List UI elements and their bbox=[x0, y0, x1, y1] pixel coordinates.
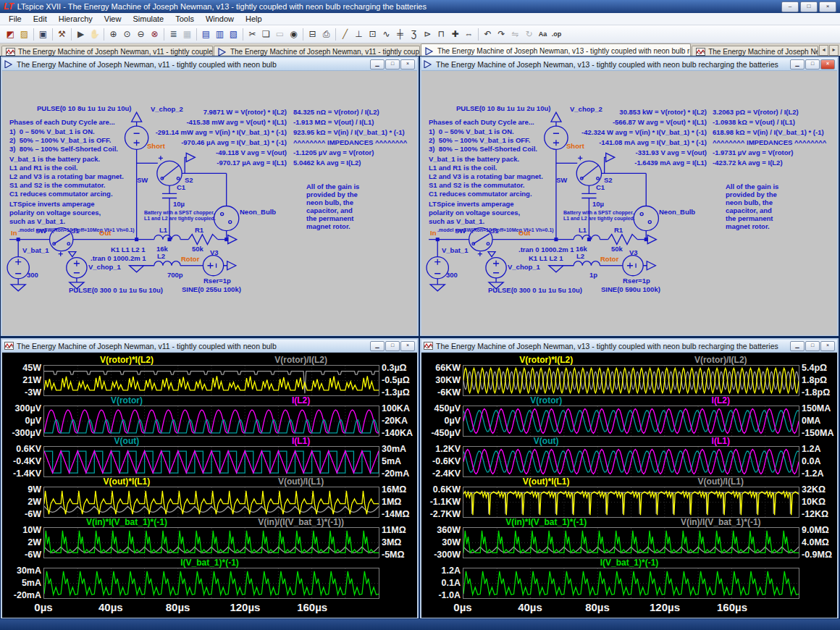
schematic-window-v11-minimize-button[interactable]: ▁ bbox=[370, 59, 385, 70]
redo-button[interactable]: ↷ bbox=[495, 27, 508, 41]
plot-area[interactable] bbox=[43, 365, 379, 396]
tab-scroll-right-button[interactable]: ▸ bbox=[829, 45, 839, 56]
plot-area[interactable] bbox=[43, 446, 379, 477]
plot-area[interactable] bbox=[43, 487, 379, 518]
y-tick-label: 0µV bbox=[445, 416, 461, 426]
text-button[interactable]: Aa bbox=[536, 27, 550, 41]
schematic-window-v11-close-button[interactable]: × bbox=[400, 59, 415, 70]
diode-button[interactable]: ⊳ bbox=[421, 27, 434, 41]
menu-tools[interactable]: Tools bbox=[169, 14, 200, 23]
schematic-text: Rser=1p bbox=[203, 277, 231, 285]
tile-vertical-button[interactable]: ▥ bbox=[213, 27, 227, 41]
y-axis-left: 0.6KW-1.1KW-2.7KW bbox=[421, 487, 463, 518]
menu-window[interactable]: Window bbox=[200, 14, 240, 23]
tab-scroll-left-button[interactable]: ◂ bbox=[819, 45, 828, 56]
copy-button[interactable]: ❏ bbox=[259, 27, 273, 41]
net-label-button[interactable]: ⊡ bbox=[366, 27, 379, 41]
zoom-area-button[interactable]: ⊙ bbox=[120, 27, 134, 41]
spice-directive-button[interactable]: .op bbox=[550, 27, 563, 41]
zoom-in-button[interactable]: ⊕ bbox=[106, 27, 120, 41]
schematic-text: Rser=1p bbox=[623, 277, 650, 285]
schematic-window-v13-maximize-button[interactable]: □ bbox=[805, 59, 820, 70]
plot-area[interactable] bbox=[463, 406, 799, 437]
schematic-window-v11-canvas[interactable]: PULSE(0 10 8u 1u 1u 2u 10u)Phases of eac… bbox=[2, 71, 417, 335]
open-file-button[interactable]: ▨ bbox=[17, 27, 31, 41]
cascade-windows-button[interactable]: ▧ bbox=[227, 27, 240, 41]
y-tick-label: -0.6KV bbox=[432, 456, 461, 466]
schematic-window-v13-minimize-button[interactable]: ▁ bbox=[790, 59, 805, 70]
waveform-options-button[interactable]: ≣ bbox=[167, 27, 180, 41]
schematic-window-v11-titlebar[interactable]: The Energy Machine of Joseph Newman, v11… bbox=[2, 58, 417, 71]
app-minimize-button[interactable]: – bbox=[781, 1, 799, 12]
plot-area[interactable] bbox=[43, 527, 379, 558]
schematic-text: L2 and V3 is a rotating bar magnet. bbox=[9, 173, 124, 180]
plot-pane-1: V(rotor)/I(L2)V(rotor)*I(L2)66KW30KW-6KW… bbox=[421, 356, 837, 396]
app-titlebar[interactable]: LT LTspice XVII - The Energy Machine of … bbox=[0, 0, 840, 13]
plot-window-v13-minimize-button[interactable]: ▁ bbox=[790, 341, 805, 351]
plot-area[interactable] bbox=[463, 527, 799, 558]
save-button[interactable]: ▣ bbox=[36, 27, 50, 41]
plot-window-v11-close-button[interactable]: × bbox=[400, 341, 415, 351]
tab-label: The Energy Machine of Joseph Newman, v11… bbox=[230, 48, 420, 56]
schematic-text: -1.913 MΩ = V(out) / I(L1) bbox=[293, 119, 374, 126]
find-button[interactable]: ◉ bbox=[287, 27, 301, 41]
y-tick-label: 0.6KW bbox=[433, 484, 461, 495]
menu-help[interactable]: Help bbox=[240, 14, 268, 23]
zoom-full-extents-button[interactable]: ⊗ bbox=[148, 27, 161, 41]
plot-area[interactable] bbox=[463, 487, 799, 518]
undo-button[interactable]: ↶ bbox=[481, 27, 495, 41]
plot-window-v11-canvas[interactable]: V(rotor)/I(L2)V(rotor)*I(L2)45W21W-3W0.3… bbox=[2, 353, 417, 618]
menu-view[interactable]: View bbox=[98, 14, 127, 23]
print-preview-button[interactable]: ⊟ bbox=[306, 27, 319, 41]
menu-simulate[interactable]: Simulate bbox=[127, 14, 169, 23]
schematic-window-v13-close-button[interactable]: × bbox=[820, 59, 835, 70]
plot-window-v13-maximize-button[interactable]: □ bbox=[805, 341, 820, 351]
plot-area[interactable] bbox=[463, 446, 799, 477]
y-axis-left: 10W2W-6W bbox=[2, 527, 43, 558]
plot-window-v13-titlebar[interactable]: The Energy Machine of Joseph Newman, v13… bbox=[421, 340, 837, 353]
drag-button[interactable]: ⇔ bbox=[462, 27, 476, 41]
halt-simulation-button[interactable]: ✋ bbox=[88, 27, 101, 41]
run-simulation-button[interactable]: ▶ bbox=[74, 27, 88, 41]
schematic-window-v11-maximize-button[interactable]: □ bbox=[385, 59, 400, 70]
cut-button[interactable]: ✂ bbox=[245, 27, 259, 41]
menu-file[interactable]: File bbox=[3, 14, 28, 23]
trace-label: V(in)/I(V_bat_1)*(-1) bbox=[681, 517, 761, 527]
menu-edit[interactable]: Edit bbox=[28, 14, 53, 23]
inductor-button[interactable]: Ʒ bbox=[407, 27, 421, 41]
schematic-text: Rotor bbox=[600, 256, 618, 263]
print-button[interactable]: ⎙ bbox=[319, 27, 333, 41]
schematic-window-v13-titlebar[interactable]: The Energy Machine of Joseph Newman, v13… bbox=[421, 58, 837, 71]
mirror-button[interactable]: ⇋ bbox=[508, 27, 522, 41]
plot-window-v13-canvas[interactable]: V(rotor)/I(L2)V(rotor)*I(L2)66KW30KW-6KW… bbox=[421, 353, 837, 618]
capacitor-button[interactable]: ╪ bbox=[393, 27, 407, 41]
plot-area[interactable] bbox=[463, 365, 799, 396]
plot-window-v11-maximize-button[interactable]: □ bbox=[385, 341, 400, 351]
schematic-window-v13-canvas[interactable]: PULSE(0 10 8u 1u 1u 2u 10u)Phases of eac… bbox=[421, 71, 837, 335]
plot-window-v13-close-button[interactable]: × bbox=[820, 341, 835, 351]
tile-horizontal-button[interactable]: ▤ bbox=[199, 27, 213, 41]
trace-label: V(out)*I(L1) bbox=[104, 476, 151, 487]
new-schematic-button[interactable]: ◩ bbox=[4, 27, 17, 41]
schematic-text: magnet rotor. bbox=[726, 223, 770, 230]
app-maximize-button[interactable]: □ bbox=[800, 1, 818, 12]
zoom-out-button[interactable]: ⊖ bbox=[134, 27, 148, 41]
plot-window-v11-minimize-button[interactable]: ▁ bbox=[370, 341, 385, 351]
move-button[interactable]: ✚ bbox=[448, 27, 462, 41]
control-panel-button[interactable]: ⚒ bbox=[55, 27, 69, 41]
resistor-button[interactable]: ∿ bbox=[379, 27, 393, 41]
plot-area[interactable] bbox=[43, 406, 379, 437]
rotate-button[interactable]: ↻ bbox=[522, 27, 536, 41]
plot-area[interactable] bbox=[43, 568, 379, 599]
paste-button[interactable]: ▭ bbox=[273, 27, 287, 41]
draw-wire-button[interactable]: ╱ bbox=[338, 27, 352, 41]
ground-button[interactable]: ⊥ bbox=[352, 27, 366, 41]
plot-window-v11-titlebar[interactable]: The Energy Machine of Joseph Newman, v11… bbox=[2, 340, 417, 353]
menu-hierarchy[interactable]: Hierarchy bbox=[53, 14, 98, 23]
tab-label: The Energy Machine of Joseph Newman, v13… bbox=[437, 47, 691, 55]
plot-area[interactable] bbox=[463, 568, 799, 599]
component-button[interactable]: ⊓ bbox=[434, 27, 448, 41]
app-close-button[interactable]: × bbox=[819, 1, 836, 12]
schematic-text: -1.0938 kΩ = V(out) / I(L1) bbox=[713, 119, 795, 126]
grid-button[interactable]: ▦ bbox=[180, 27, 194, 41]
